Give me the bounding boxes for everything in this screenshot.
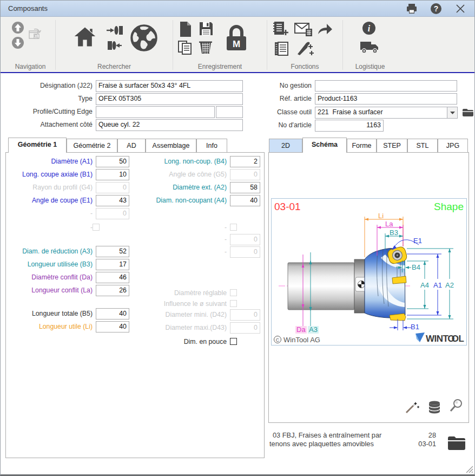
tab-assemblage[interactable]: Assemblage	[146, 139, 196, 153]
group-label-rechercher: Rechercher	[56, 63, 173, 70]
schema-drawing: Li La B3 E1 B4	[271, 198, 467, 345]
tab-ad[interactable]: AD	[117, 139, 146, 153]
ref-article-input[interactable]: Product-1163	[315, 93, 457, 105]
save-button[interactable]	[199, 21, 214, 38]
geo-input-col2-5[interactable]: 0	[230, 234, 260, 245]
composants-window: Composants ? Navigation Rechercher	[0, 0, 475, 476]
geo-input-col2-0[interactable]: 2	[230, 156, 260, 167]
geo-label-col2-11: Dim. en pouce	[136, 336, 227, 348]
geo-checkbox-col2-7[interactable]	[230, 289, 237, 296]
new-document-button[interactable]	[179, 21, 193, 40]
geo-input-col2-2[interactable]: 58	[230, 182, 260, 193]
copyright-icon: C	[276, 337, 280, 343]
truck-button[interactable]	[359, 41, 380, 57]
navigate-up-button[interactable]	[11, 21, 24, 36]
class-folder-button[interactable]	[446, 434, 467, 454]
catalog-button[interactable]	[274, 41, 291, 58]
geo-input-col1-2[interactable]: 0	[96, 182, 129, 193]
attachement-cote-input[interactable]: Queue cyl. 22	[96, 119, 243, 131]
dim-da: Da	[296, 325, 306, 334]
tab-stl[interactable]: STL	[407, 139, 438, 153]
classe-outil-label: Classe outil	[247, 107, 312, 118]
geo-checkbox-col2-8[interactable]	[230, 300, 237, 307]
home-button[interactable]	[73, 25, 97, 51]
class-description-line2: tenons avec plaquettes amovibles	[269, 440, 374, 448]
send-calculation-button[interactable]	[294, 21, 313, 40]
tab-info[interactable]: Info	[196, 139, 227, 153]
add-note-button[interactable]	[272, 21, 289, 39]
refresh-button[interactable]	[316, 22, 333, 38]
dim-a1: A1	[433, 281, 442, 289]
geo-input-col2-10[interactable]: 0	[230, 322, 260, 334]
geo-input-col2-3[interactable]: 40	[230, 195, 260, 206]
geo-label-col2-2: Diamètre ext. (A2)	[136, 182, 227, 193]
geo-input-col1-7[interactable]: 17	[96, 259, 129, 270]
profile-cutting-edge-extra-input[interactable]	[216, 106, 243, 118]
ref-article-label: Réf. article	[247, 93, 312, 105]
tab-step[interactable]: STEP	[377, 139, 407, 153]
geo-label-col2-0: Long. non-coup. (B4)	[136, 156, 227, 167]
classe-outil-combo[interactable]: 221 Fraise à surfacer	[315, 107, 458, 119]
geo-label-col2-10: Diameter maxi.(D43)	[136, 322, 227, 334]
goto-previous-button[interactable]	[107, 40, 123, 54]
window-preview-button[interactable]	[28, 27, 44, 46]
classe-outil-dropdown-button[interactable]	[447, 107, 457, 118]
dim-la: La	[385, 220, 393, 228]
navigate-down-button[interactable]	[11, 36, 24, 51]
geo-input-col2-6[interactable]: 0	[230, 246, 260, 258]
tab-2d[interactable]: 2D	[269, 139, 302, 153]
magic-wand-button[interactable]	[404, 399, 420, 417]
geo-input-col1-10[interactable]: 40	[96, 308, 129, 319]
magnifier-button[interactable]	[448, 398, 464, 415]
no-article-input[interactable]: 1163	[315, 120, 384, 132]
geo-checkbox-col2-4[interactable]	[230, 224, 237, 231]
geo-label-col1-6: Diam. de réduction (A3)	[11, 246, 93, 257]
copyright-text: WinTool AG	[283, 336, 320, 344]
dim-b3: B3	[390, 229, 398, 237]
lock-m-button[interactable]: M	[223, 23, 249, 55]
no-gestion-label: No gestion	[247, 80, 312, 92]
delete-button[interactable]	[198, 40, 213, 57]
profile-cutting-edge-input[interactable]	[96, 106, 215, 118]
geo-input-col1-11[interactable]: 40	[96, 321, 129, 332]
geo-input-col2-9[interactable]: 0	[230, 309, 260, 321]
geo-label-col2-1: Angle de cône (G5)	[136, 169, 227, 180]
geo-input-col1-9[interactable]: 26	[96, 285, 129, 296]
tab-jpg[interactable]: JPG	[438, 139, 468, 153]
tab-g-om-trie-1[interactable]: Géométrie 1	[8, 138, 67, 153]
copy-document-button[interactable]	[177, 40, 194, 57]
print-button[interactable]	[405, 3, 418, 15]
dim-b4: B4	[412, 263, 420, 271]
geo-input-col1-3[interactable]: 43	[96, 195, 129, 206]
geo-input-col1-8[interactable]: 46	[96, 272, 129, 283]
geo-input-col2-1[interactable]: 0	[230, 169, 260, 180]
database-button[interactable]	[427, 400, 441, 416]
geo-label-col1-5: -	[11, 222, 93, 233]
titlebar[interactable]: Composants ?	[1, 1, 474, 17]
wintool-logo: WINTOOL	[415, 332, 464, 344]
svg-text:M: M	[233, 39, 240, 49]
ribbon-bottom-line	[1, 72, 474, 73]
globe-button[interactable]	[129, 23, 159, 55]
geo-checkbox-col1-5[interactable]	[93, 224, 100, 231]
tab-forme[interactable]: Forme	[347, 139, 377, 153]
no-gestion-input[interactable]	[315, 80, 457, 92]
help-button[interactable]: ?	[430, 3, 443, 15]
geo-input-col1-6[interactable]: 52	[96, 246, 129, 257]
geo-input-col1-0[interactable]: 50	[96, 156, 129, 167]
resize-grip[interactable]	[465, 465, 473, 473]
geo-input-col1-4[interactable]: 0	[96, 208, 129, 219]
tab-sch-ma[interactable]: Schéma	[302, 138, 347, 153]
geo-checkbox-col2-11[interactable]	[230, 338, 237, 345]
dim-b1: B1	[411, 323, 419, 331]
goto-next-button[interactable]	[105, 24, 124, 38]
filter-add-button[interactable]	[295, 40, 315, 58]
tab-g-om-trie-2[interactable]: Géométrie 2	[67, 139, 117, 153]
geo-label-col1-2: Rayon du profil (G4)	[11, 182, 93, 193]
geo-input-col1-1[interactable]: 10	[96, 169, 129, 180]
close-button[interactable]	[454, 3, 467, 15]
designation-input[interactable]: Fraise à surfacer 50x3 43° 4FL	[96, 80, 243, 92]
type-input[interactable]: OFEX 05T305	[96, 93, 243, 105]
info-button[interactable]: i	[362, 21, 376, 37]
classe-outil-folder-button[interactable]	[461, 107, 474, 121]
